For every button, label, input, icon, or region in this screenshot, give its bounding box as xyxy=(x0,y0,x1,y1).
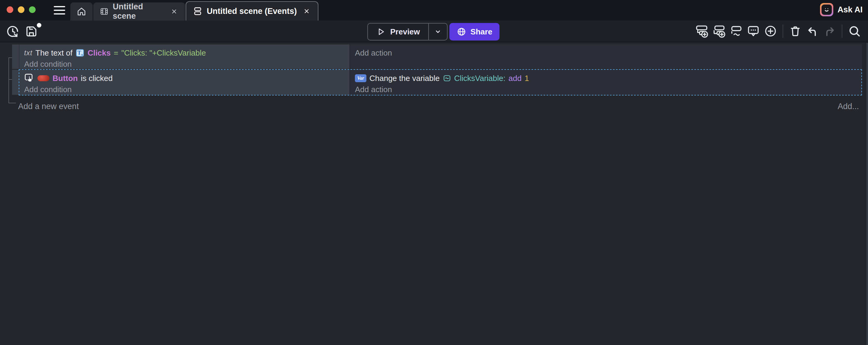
event-drag-handle[interactable] xyxy=(12,45,19,69)
condition-text: The text of xyxy=(35,48,72,58)
close-tab-button[interactable] xyxy=(170,7,178,16)
version-history-button[interactable] xyxy=(5,24,20,39)
zoom-window-button[interactable] xyxy=(29,6,36,13)
redo-icon xyxy=(823,24,837,38)
toolbar-divider xyxy=(842,25,842,38)
tab-untitled-scene-events[interactable]: Untitled scene (Events) xyxy=(186,1,318,21)
text-condition-glyph: txt xyxy=(24,49,32,57)
undo-button[interactable] xyxy=(806,24,819,38)
gdevelop-window: Untitled scene Untitled scene (Events) xyxy=(0,0,868,345)
close-icon xyxy=(303,8,310,15)
hamburger-icon xyxy=(54,6,65,7)
preview-options-button[interactable] xyxy=(428,24,447,40)
tab-label: Untitled scene (Events) xyxy=(207,7,297,16)
toolbar-divider xyxy=(783,25,783,38)
main-toolbar: Preview Share xyxy=(0,21,868,42)
tab-home[interactable] xyxy=(70,2,93,21)
preview-label: Preview xyxy=(390,27,420,36)
delete-button[interactable] xyxy=(788,24,802,38)
click-touch-icon xyxy=(24,73,34,83)
home-icon xyxy=(76,6,87,17)
search-icon xyxy=(847,24,861,38)
close-tab-button[interactable] xyxy=(302,7,311,16)
add-subevent-icon xyxy=(712,24,726,38)
action-row[interactable]: Var Change the variable ClicksVariable: … xyxy=(355,72,857,84)
add-event-button[interactable] xyxy=(695,24,709,38)
variable-operator: add xyxy=(508,74,522,83)
save-icon xyxy=(25,25,38,38)
play-icon xyxy=(376,27,385,36)
close-icon xyxy=(171,8,178,15)
share-button[interactable]: Share xyxy=(450,23,499,40)
button-object-thumbnail xyxy=(37,75,50,81)
svg-text:T: T xyxy=(77,50,81,56)
event-1-actions: Add action xyxy=(350,45,862,69)
vertical-scrollbar[interactable] xyxy=(867,43,868,345)
svg-text:x: x xyxy=(81,53,83,56)
variable-action-icon: Var xyxy=(355,74,366,82)
add-new-event-label: Add a new event xyxy=(18,102,79,111)
add-condition-link[interactable]: Add condition xyxy=(24,84,345,94)
main-menu-button[interactable] xyxy=(54,6,65,15)
ask-ai-smiley-icon xyxy=(820,3,833,16)
tree-line xyxy=(8,57,9,103)
action-text: Change the variable xyxy=(369,74,440,83)
add-event-menu-button[interactable]: Add... xyxy=(838,102,859,111)
search-events-button[interactable] xyxy=(847,24,861,38)
traffic-lights xyxy=(7,6,36,13)
close-window-button[interactable] xyxy=(7,6,13,13)
tab-untitled-scene[interactable]: Untitled scene xyxy=(93,2,185,21)
condition-operator: = xyxy=(114,48,118,58)
undo-icon xyxy=(806,24,819,38)
add-subevent-button[interactable] xyxy=(712,24,726,38)
unsaved-changes-badge xyxy=(37,23,41,28)
chevron-down-icon xyxy=(434,28,442,36)
add-circle-icon xyxy=(764,24,777,38)
condition-expression: "Clicks: "+ClicksVariable xyxy=(121,48,206,58)
add-action-link[interactable]: Add action xyxy=(355,47,857,59)
event-2-actions: Var Change the variable ClicksVariable: … xyxy=(350,70,861,95)
save-button[interactable] xyxy=(24,24,39,39)
globe-icon xyxy=(457,27,466,36)
add-other-event-button[interactable] xyxy=(729,24,743,38)
events-icon xyxy=(193,6,203,16)
event-2-conditions: Button is clicked Add condition xyxy=(19,70,349,95)
preview-split-button: Preview xyxy=(367,23,447,40)
add-new-event-row[interactable]: Add a new event Add... xyxy=(0,100,859,113)
text-object-icon: T x xyxy=(75,48,85,57)
preview-button[interactable]: Preview xyxy=(368,24,428,40)
ask-ai-button[interactable]: Ask AI xyxy=(820,3,863,16)
add-more-button[interactable] xyxy=(764,24,777,38)
smiley-icon xyxy=(823,6,831,13)
comment-icon xyxy=(746,24,760,38)
ask-ai-label: Ask AI xyxy=(838,5,863,15)
condition-text: is clicked xyxy=(81,74,113,83)
add-comment-button[interactable] xyxy=(746,24,760,38)
add-event-icon xyxy=(695,24,709,38)
add-action-link[interactable]: Add action xyxy=(355,84,857,94)
add-condition-link[interactable]: Add condition xyxy=(24,59,345,69)
window-tab-bar: Untitled scene Untitled scene (Events) xyxy=(0,0,868,21)
event-1-conditions: txt The text of T x Clicks = "Clicks: "+… xyxy=(19,45,349,69)
object-name: Button xyxy=(53,74,78,83)
condition-row[interactable]: txt The text of T x Clicks = "Clicks: "+… xyxy=(24,47,345,59)
history-icon xyxy=(6,25,20,38)
events-sheet: txt The text of T x Clicks = "Clicks: "+… xyxy=(0,43,868,345)
scene-icon xyxy=(100,7,108,16)
toolbar-right-icons xyxy=(695,24,861,38)
event-drag-handle[interactable] xyxy=(12,70,19,95)
condition-row[interactable]: Button is clicked xyxy=(24,72,345,84)
minimize-window-button[interactable] xyxy=(18,6,25,13)
scene-variable-icon xyxy=(443,74,451,83)
tab-label: Untitled scene xyxy=(113,2,165,21)
add-other-event-icon xyxy=(729,24,743,38)
trash-icon xyxy=(788,25,802,38)
share-label: Share xyxy=(470,27,492,36)
variable-name: ClicksVariable: xyxy=(454,74,505,83)
variable-value: 1 xyxy=(525,74,529,83)
redo-button[interactable] xyxy=(823,24,837,38)
object-name: Clicks xyxy=(88,48,111,58)
